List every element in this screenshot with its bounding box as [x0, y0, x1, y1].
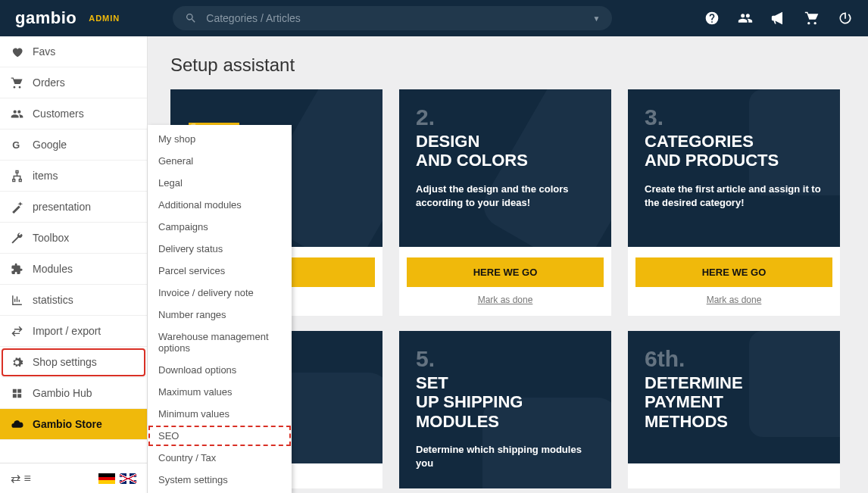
- sitemap-icon: [11, 170, 23, 183]
- submenu-item-additional-modules[interactable]: Additional modules: [148, 194, 292, 216]
- sidebar-item-label: Customers: [33, 108, 84, 120]
- card-number: 3.: [645, 105, 823, 130]
- submenu-item-campaigns[interactable]: Campaigns: [148, 216, 292, 238]
- wand-icon: [11, 201, 23, 214]
- sidebar-item-modules[interactable]: Modules: [0, 254, 147, 285]
- chart-icon: [11, 294, 23, 307]
- sidebar-item-google[interactable]: GGoogle: [0, 129, 147, 161]
- setup-card-6: 6th. DETERMINE PAYMENT METHODS: [628, 331, 840, 488]
- sidebar-item-label: Orders: [33, 76, 65, 89]
- search-placeholder: Categories / Articles: [206, 12, 592, 24]
- sidebar-item-gambio-store[interactable]: Gambio Store: [0, 409, 147, 440]
- mark-done-link[interactable]: Mark as done: [399, 295, 611, 316]
- sidebar-item-label: Google: [33, 139, 67, 151]
- setup-card-5: 5. SET UP SHIPPING MODULES Determine whi…: [399, 331, 611, 488]
- chevron-down-icon[interactable]: ▼: [592, 14, 600, 23]
- sidebar-item-label: statistics: [33, 294, 73, 306]
- sidebar-footer: ⇄ ≡: [0, 463, 147, 493]
- submenu-item-number-ranges[interactable]: Number ranges: [148, 304, 292, 326]
- card-title: DETERMINE PAYMENT METHODS: [645, 373, 823, 431]
- shop-settings-submenu: My shopGeneralLegalAdditional modulesCam…: [148, 125, 292, 493]
- collapse-toggle[interactable]: ⇄ ≡: [11, 471, 31, 485]
- sidebar-item-customers[interactable]: Customers: [0, 98, 147, 129]
- sidebar: FavsOrdersCustomersGGoogleitemspresentat…: [0, 36, 148, 493]
- sidebar-item-label: Toolbox: [33, 232, 69, 244]
- power-icon[interactable]: [838, 11, 853, 26]
- sidebar-item-toolbox[interactable]: Toolbox: [0, 223, 147, 254]
- users-icon: [11, 108, 23, 120]
- g-icon: G: [11, 139, 23, 151]
- hub-icon: [11, 387, 23, 400]
- search-icon: [185, 12, 197, 24]
- sidebar-item-label: Modules: [33, 263, 73, 275]
- megaphone-icon[interactable]: [771, 11, 786, 26]
- sidebar-item-label: Import / export: [33, 325, 101, 337]
- sidebar-item-gambio-hub[interactable]: Gambio Hub: [0, 378, 147, 409]
- card-number: 5.: [416, 346, 595, 372]
- card-title: DESIGN AND COLORS: [416, 132, 595, 170]
- sidebar-item-shop-settings[interactable]: Shop settings: [0, 347, 147, 378]
- users-icon[interactable]: [738, 11, 753, 26]
- submenu-item-seo[interactable]: SEO: [148, 425, 292, 447]
- cart-icon[interactable]: [804, 11, 820, 26]
- flag-uk-icon[interactable]: [120, 473, 136, 484]
- svg-text:G: G: [12, 139, 20, 150]
- card-number: 6th.: [645, 346, 823, 372]
- cloud-icon: [11, 418, 23, 431]
- submenu-item-download-options[interactable]: Download options: [148, 359, 292, 381]
- submenu-item-general[interactable]: General: [148, 150, 292, 172]
- sidebar-item-presentation[interactable]: presentation: [0, 192, 147, 223]
- puzzle-icon: [11, 263, 23, 276]
- wrench-icon: [11, 232, 23, 245]
- logo-text: gambio: [15, 8, 76, 28]
- help-icon[interactable]: [704, 11, 720, 26]
- setup-card-2: 2. DESIGN AND COLORS Adjust the design a…: [399, 89, 611, 316]
- submenu-item-system-settings[interactable]: System settings: [148, 469, 292, 491]
- sidebar-item-statistics[interactable]: statistics: [0, 285, 147, 316]
- admin-label: ADMIN: [89, 14, 120, 23]
- card-desc: Adjust the design and the colors accordi…: [416, 183, 595, 210]
- submenu-item-minimum-values[interactable]: Minimum values: [148, 403, 292, 425]
- page-title: Setup assistant: [170, 55, 845, 76]
- setup-card-3: 3. CATEGORIES AND PRODUCTS Create the fi…: [628, 89, 840, 316]
- search-input[interactable]: Categories / Articles ▼: [173, 6, 612, 30]
- sidebar-item-label: presentation: [33, 201, 91, 213]
- sidebar-item-label: Favs: [33, 45, 55, 58]
- submenu-item-maximum-values[interactable]: Maximum values: [148, 381, 292, 403]
- submenu-item-parcel-services[interactable]: Parcel services: [148, 260, 292, 282]
- flag-de-icon[interactable]: [98, 473, 115, 484]
- submenu-item-warehouse-management-options[interactable]: Warehouse management options: [148, 326, 292, 359]
- submenu-item-legal[interactable]: Legal: [148, 172, 292, 194]
- sidebar-item-favs[interactable]: Favs: [0, 36, 147, 67]
- here-we-go-button[interactable]: HERE WE GO: [407, 257, 604, 287]
- submenu-item-country-tax[interactable]: Country / Tax: [148, 447, 292, 469]
- here-we-go-button[interactable]: HERE WE GO: [635, 257, 832, 287]
- sidebar-item-label: Gambio Hub: [33, 387, 92, 399]
- cogs-icon: [11, 356, 23, 369]
- cart-icon: [11, 76, 23, 89]
- card-number: 2.: [416, 105, 595, 130]
- sidebar-item-orders[interactable]: Orders: [0, 67, 147, 98]
- sidebar-item-label: items: [33, 170, 58, 182]
- submenu-item-my-shop[interactable]: My shop: [148, 128, 292, 150]
- exchange-icon: [11, 325, 23, 338]
- sidebar-item-import-export[interactable]: Import / export: [0, 316, 147, 347]
- logo[interactable]: gambio: [15, 8, 76, 28]
- submenu-item-delivery-status[interactable]: Delivery status: [148, 238, 292, 260]
- card-title: SET UP SHIPPING MODULES: [416, 373, 595, 431]
- sidebar-item-label: Shop settings: [33, 356, 97, 368]
- submenu-item-invoice-delivery-note[interactable]: Invoice / delivery note: [148, 282, 292, 304]
- heart-icon: [11, 45, 23, 58]
- card-desc: Determine which shipping modules you: [416, 443, 595, 470]
- mark-done-link[interactable]: Mark as done: [628, 295, 840, 316]
- card-title: CATEGORIES AND PRODUCTS: [645, 132, 823, 170]
- card-desc: Create the first article and assign it t…: [645, 183, 823, 210]
- topbar: gambio ADMIN Categories / Articles ▼: [0, 0, 868, 36]
- sidebar-item-items[interactable]: items: [0, 161, 147, 192]
- sidebar-item-label: Gambio Store: [33, 418, 102, 430]
- top-tools: [704, 11, 853, 26]
